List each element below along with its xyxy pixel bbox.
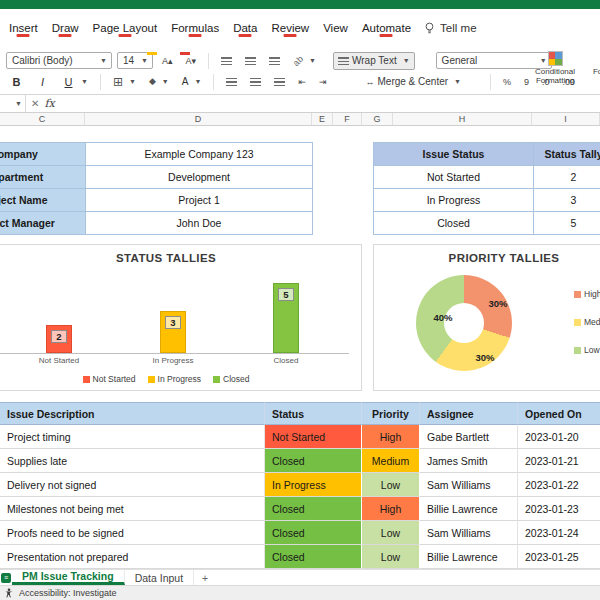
- excel-title-bar: [0, 0, 600, 9]
- spreadsheet-grid[interactable]: CompanyExample Company 123DepartmentDeve…: [0, 126, 600, 569]
- menu-tab-review[interactable]: Review: [264, 17, 316, 39]
- issue-priority-cell[interactable]: Medium: [362, 449, 420, 473]
- issue-opened-on-cell[interactable]: 2023-01-25: [518, 545, 600, 569]
- issue-priority-cell[interactable]: High: [362, 497, 420, 521]
- accessibility-status-text[interactable]: Accessibility: Investigate: [19, 588, 117, 598]
- tally-value-cell[interactable]: In Progress: [374, 189, 534, 212]
- column-header-I[interactable]: I: [532, 113, 600, 125]
- column-header-E[interactable]: E: [312, 113, 333, 125]
- priority-tallies-donut-chart[interactable]: PRIORITY TALLIES HighMediumLow 30%30%40%: [373, 244, 600, 391]
- info-value-cell[interactable]: Example Company 123: [86, 143, 313, 166]
- underline-button[interactable]: U▼: [58, 73, 92, 91]
- name-box[interactable]: ▼: [0, 95, 26, 112]
- accessibility-icon: [4, 588, 14, 598]
- format-as-table-button[interactable]: Format as Table: [583, 51, 600, 85]
- issue-opened-on-cell[interactable]: 2023-01-21: [518, 449, 600, 473]
- decrease-indent-button[interactable]: ⇤: [294, 73, 310, 91]
- issue-assignee-cell[interactable]: Sam Williams: [420, 473, 518, 497]
- info-label-cell[interactable]: Department: [0, 166, 86, 189]
- sheet-tab-data-input[interactable]: Data Input: [125, 570, 194, 585]
- tell-me-button[interactable]: Tell me: [424, 22, 476, 35]
- merge-center-button[interactable]: ↔ Merge & Center ▼: [362, 73, 466, 91]
- conditional-formatting-button[interactable]: Conditional Formatting: [528, 51, 582, 85]
- issue-priority-cell[interactable]: Low: [362, 473, 420, 497]
- issue-status-cell[interactable]: Closed: [265, 449, 362, 473]
- sheet-list-button[interactable]: ≡: [0, 570, 12, 585]
- issue-opened-on-cell[interactable]: 2023-01-23: [518, 497, 600, 521]
- align-left-button[interactable]: [222, 73, 241, 91]
- issue-assignee-cell[interactable]: Gabe Bartlett: [420, 425, 518, 449]
- chevron-down-icon: ▼: [141, 57, 148, 64]
- font-name-combobox[interactable]: Calibri (Body)▼: [6, 52, 112, 69]
- issue-status-cell[interactable]: Closed: [265, 497, 362, 521]
- info-value-cell[interactable]: Project 1: [86, 189, 313, 212]
- menu-tab-draw[interactable]: Draw: [45, 17, 86, 39]
- insert-function-icon[interactable]: fx: [44, 97, 60, 110]
- increase-indent-button[interactable]: ⇥: [315, 73, 331, 91]
- issue-assignee-cell[interactable]: James Smith: [420, 449, 518, 473]
- font-color-button[interactable]: A▼: [178, 73, 206, 91]
- menu-tab-data[interactable]: Data: [226, 17, 264, 39]
- tally-value-cell[interactable]: Closed: [374, 212, 534, 235]
- info-value-cell[interactable]: John Doe: [86, 212, 313, 235]
- issue-assignee-cell[interactable]: Billie Lawrence: [420, 497, 518, 521]
- issue-priority-cell[interactable]: Low: [362, 545, 420, 569]
- top-align-button[interactable]: [217, 52, 236, 70]
- tally-value-cell[interactable]: 2: [534, 166, 600, 189]
- align-center-button[interactable]: [246, 73, 265, 91]
- status-tallies-bar-chart[interactable]: STATUS TALLIES 2Not Started3In Progress5…: [0, 244, 362, 391]
- issue-status-cell[interactable]: In Progress: [265, 473, 362, 497]
- info-value-cell[interactable]: Development: [86, 166, 313, 189]
- issue-opened-on-cell[interactable]: 2023-01-22: [518, 473, 600, 497]
- borders-button[interactable]: ⊞▼: [109, 73, 140, 91]
- bottom-align-button[interactable]: [265, 52, 284, 70]
- chevron-down-icon: ▼: [129, 78, 136, 85]
- wrap-text-button[interactable]: Wrap Text ▼: [333, 52, 415, 70]
- shrink-font-icon: A▾: [186, 56, 197, 66]
- column-header-C[interactable]: C: [0, 113, 85, 125]
- issue-status-cell[interactable]: Not Started: [265, 425, 362, 449]
- increase-font-size-button[interactable]: A▴: [158, 52, 177, 70]
- issue-assignee-cell[interactable]: Sam Williams: [420, 521, 518, 545]
- issue-description-cell[interactable]: Project timing: [0, 425, 265, 449]
- issue-description-cell[interactable]: Supplies late: [0, 449, 265, 473]
- sheet-tab-pm-issue-tracking[interactable]: PM Issue Tracking: [12, 570, 125, 585]
- issue-description-cell[interactable]: Proofs need to be signed: [0, 521, 265, 545]
- info-label-cell[interactable]: Project Manager: [0, 212, 86, 235]
- column-header-D[interactable]: D: [85, 113, 312, 125]
- issue-status-cell[interactable]: Closed: [265, 545, 362, 569]
- issue-priority-cell[interactable]: High: [362, 425, 420, 449]
- formula-input[interactable]: [61, 95, 600, 112]
- percent-style-button[interactable]: %: [499, 73, 515, 91]
- column-header-F[interactable]: F: [333, 113, 362, 125]
- issue-opened-on-cell[interactable]: 2023-01-24: [518, 521, 600, 545]
- issue-priority-cell[interactable]: Low: [362, 521, 420, 545]
- menu-tab-formulas[interactable]: Formulas: [164, 17, 226, 39]
- italic-button[interactable]: I: [32, 73, 53, 91]
- tally-value-cell[interactable]: Not Started: [374, 166, 534, 189]
- column-header-H[interactable]: H: [393, 113, 532, 125]
- issue-description-cell[interactable]: Delivery not signed: [0, 473, 265, 497]
- tally-value-cell[interactable]: 3: [534, 189, 600, 212]
- cancel-icon[interactable]: ✕: [26, 98, 44, 109]
- menu-tab-view[interactable]: View: [316, 17, 355, 39]
- column-header-G[interactable]: G: [362, 113, 393, 125]
- issue-assignee-cell[interactable]: Billie Lawrence: [420, 545, 518, 569]
- tally-value-cell[interactable]: 5: [534, 212, 600, 235]
- align-right-button[interactable]: [270, 73, 289, 91]
- info-label-cell[interactable]: Company: [0, 143, 86, 166]
- number-format-value: General: [442, 55, 478, 66]
- info-label-cell[interactable]: Project Name: [0, 189, 86, 212]
- middle-align-button[interactable]: [241, 52, 260, 70]
- issue-description-cell[interactable]: Presentation not prepared: [0, 545, 265, 569]
- bold-button[interactable]: B: [6, 73, 27, 91]
- fill-color-button[interactable]: ◆▼: [145, 73, 173, 91]
- menu-tab-insert[interactable]: Insert: [2, 17, 45, 39]
- menu-tab-page-layout[interactable]: Page Layout: [86, 17, 165, 39]
- menu-tab-automate[interactable]: Automate: [355, 17, 418, 39]
- issue-status-cell[interactable]: Closed: [265, 521, 362, 545]
- orientation-button[interactable]: ab▼: [289, 52, 320, 70]
- issue-opened-on-cell[interactable]: 2023-01-20: [518, 425, 600, 449]
- issue-description-cell[interactable]: Milestones not being met: [0, 497, 265, 521]
- add-sheet-button[interactable]: +: [194, 570, 216, 585]
